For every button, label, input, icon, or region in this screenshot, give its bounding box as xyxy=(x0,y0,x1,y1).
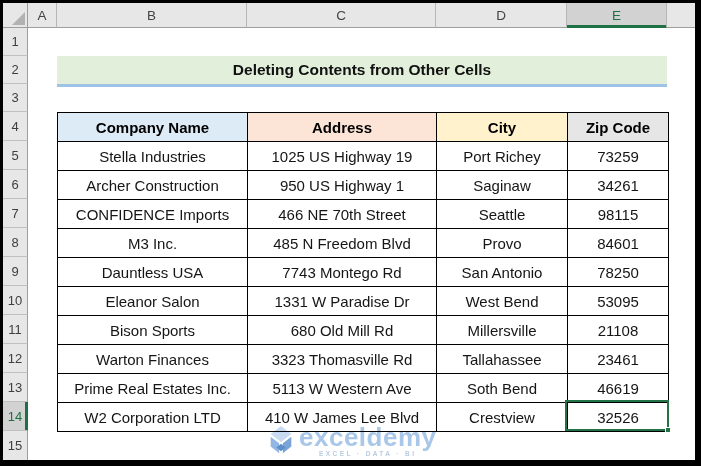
table-cell[interactable]: 78250 xyxy=(568,258,669,287)
title-cell[interactable]: Deleting Contents from Other Cells xyxy=(57,56,667,87)
column-header-A[interactable]: A xyxy=(28,3,57,28)
table-cell[interactable]: 73259 xyxy=(568,142,669,171)
table-cell[interactable]: Provo xyxy=(437,229,568,258)
worksheet: ABCDE 123456789101112131415 Deleting Con… xyxy=(3,3,695,460)
table-header-row: Company NameAddressCityZip Code xyxy=(58,113,669,142)
table-cell[interactable]: Dauntless USA xyxy=(58,258,248,287)
row-header-3[interactable]: 3 xyxy=(3,84,28,112)
table-row: M3 Inc.485 N Freedom BlvdProvo84601 xyxy=(58,229,669,258)
table-row: Stella Industries1025 US Highway 19Port … xyxy=(58,142,669,171)
table-cell[interactable]: San Antonio xyxy=(437,258,568,287)
column-header-C[interactable]: C xyxy=(247,3,436,28)
table-cell[interactable]: Port Richey xyxy=(437,142,568,171)
table-cell[interactable]: Bison Sports xyxy=(58,316,248,345)
select-all-triangle-icon xyxy=(12,12,25,25)
table-header-address[interactable]: Address xyxy=(248,113,437,142)
table-row: Archer Construction950 US Highway 1Sagin… xyxy=(58,171,669,200)
table-cell[interactable]: 5113 W Western Ave xyxy=(248,374,437,403)
table-cell[interactable]: Crestview xyxy=(437,403,568,432)
table-cell[interactable]: 1025 US Highway 19 xyxy=(248,142,437,171)
row-header-2[interactable]: 2 xyxy=(3,56,28,84)
table-cell[interactable]: 466 NE 70th Street xyxy=(248,200,437,229)
table-cell[interactable]: 23461 xyxy=(568,345,669,374)
table-cell[interactable]: 53095 xyxy=(568,287,669,316)
row-header-1[interactable]: 1 xyxy=(3,28,28,56)
table-cell[interactable]: 46619 xyxy=(568,374,669,403)
table-row: Prime Real Estates Inc.5113 W Western Av… xyxy=(58,374,669,403)
watermark-brand: exceldemy xyxy=(299,425,436,449)
table-header-company-name[interactable]: Company Name xyxy=(58,113,248,142)
table-cell[interactable]: 32526 xyxy=(568,403,669,432)
table-cell[interactable]: CONFIDENCE Imports xyxy=(58,200,248,229)
row-header-9[interactable]: 9 xyxy=(3,257,28,286)
table-header-city[interactable]: City xyxy=(437,113,568,142)
column-headers: ABCDE xyxy=(28,3,695,28)
table-row: Dauntless USA7743 Montego RdSan Antonio7… xyxy=(58,258,669,287)
row-header-5[interactable]: 5 xyxy=(3,141,28,170)
row-header-12[interactable]: 12 xyxy=(3,344,28,373)
exceldemy-watermark: exceldemy EXCEL · DATA · BI xyxy=(266,425,436,457)
data-table: Company NameAddressCityZip Code Stella I… xyxy=(57,112,669,432)
table-cell[interactable]: 1331 W Paradise Dr xyxy=(248,287,437,316)
row-header-13[interactable]: 13 xyxy=(3,373,28,402)
sheet-content: Deleting Contents from Other Cells Compa… xyxy=(28,28,695,460)
select-all-corner[interactable] xyxy=(3,3,28,28)
table-cell[interactable]: Seattle xyxy=(437,200,568,229)
row-headers: 123456789101112131415 xyxy=(3,28,28,460)
table-cell[interactable]: 485 N Freedom Blvd xyxy=(248,229,437,258)
exceldemy-logo-icon xyxy=(266,425,296,455)
table-cell[interactable]: Tallahassee xyxy=(437,345,568,374)
table-row: Bison Sports680 Old Mill RdMillersville2… xyxy=(58,316,669,345)
column-header-B[interactable]: B xyxy=(57,3,247,28)
watermark-tagline: EXCEL · DATA · BI xyxy=(319,450,416,457)
row-header-11[interactable]: 11 xyxy=(3,315,28,344)
table-cell[interactable]: Prime Real Estates Inc. xyxy=(58,374,248,403)
column-header-D[interactable]: D xyxy=(436,3,567,28)
table-cell[interactable]: 7743 Montego Rd xyxy=(248,258,437,287)
row-header-15[interactable]: 15 xyxy=(3,431,28,460)
table-cell[interactable]: Archer Construction xyxy=(58,171,248,200)
table-cell[interactable]: 21108 xyxy=(568,316,669,345)
title-text: Deleting Contents from Other Cells xyxy=(233,61,491,79)
table-cell[interactable]: West Bend xyxy=(437,287,568,316)
table-body: Stella Industries1025 US Highway 19Port … xyxy=(58,142,669,432)
column-header-E[interactable]: E xyxy=(567,3,667,28)
table-cell[interactable]: 98115 xyxy=(568,200,669,229)
table-cell[interactable]: Soth Bend xyxy=(437,374,568,403)
table-cell[interactable]: M3 Inc. xyxy=(58,229,248,258)
row-header-6[interactable]: 6 xyxy=(3,170,28,199)
row-header-4[interactable]: 4 xyxy=(3,112,28,141)
table-cell[interactable]: Stella Industries xyxy=(58,142,248,171)
table-row: Eleanor Salon1331 W Paradise DrWest Bend… xyxy=(58,287,669,316)
table-cell[interactable]: Eleanor Salon xyxy=(58,287,248,316)
table-cell[interactable]: Millersville xyxy=(437,316,568,345)
table-header-zip-code[interactable]: Zip Code xyxy=(568,113,669,142)
row-header-14[interactable]: 14 xyxy=(3,402,28,431)
column-header-filler xyxy=(667,3,695,28)
table-cell[interactable]: 680 Old Mill Rd xyxy=(248,316,437,345)
row-header-7[interactable]: 7 xyxy=(3,199,28,228)
excel-window: ABCDE 123456789101112131415 Deleting Con… xyxy=(0,0,701,466)
table-cell[interactable]: 3323 Thomasville Rd xyxy=(248,345,437,374)
table-cell[interactable]: W2 Corporation LTD xyxy=(58,403,248,432)
table-row: CONFIDENCE Imports466 NE 70th StreetSeat… xyxy=(58,200,669,229)
table-cell[interactable]: Saginaw xyxy=(437,171,568,200)
table-cell[interactable]: 950 US Highway 1 xyxy=(248,171,437,200)
table-cell[interactable]: 34261 xyxy=(568,171,669,200)
table-row: Warton Finances3323 Thomasville RdTallah… xyxy=(58,345,669,374)
table-cell[interactable]: Warton Finances xyxy=(58,345,248,374)
table-cell[interactable]: 84601 xyxy=(568,229,669,258)
row-header-10[interactable]: 10 xyxy=(3,286,28,315)
row-header-8[interactable]: 8 xyxy=(3,228,28,257)
